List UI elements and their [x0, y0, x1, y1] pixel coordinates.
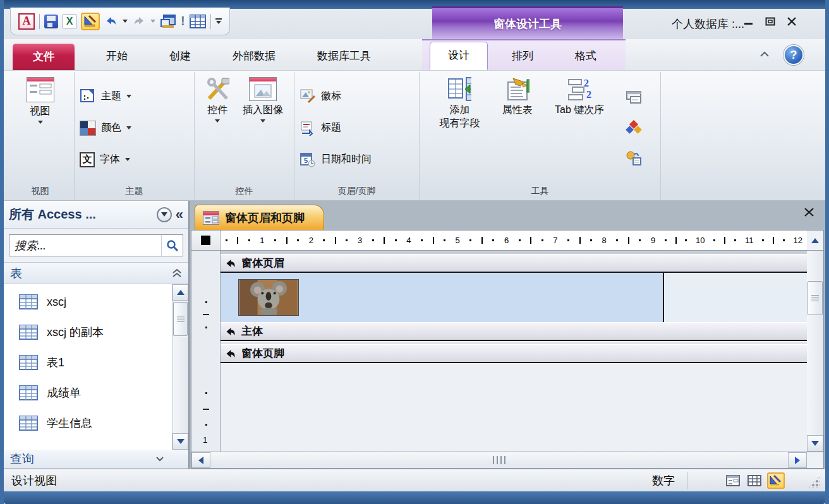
koala-image-control[interactable]: [238, 279, 299, 316]
vscroll-up-button[interactable]: [807, 231, 823, 251]
form-view-button[interactable]: [724, 472, 742, 489]
nav-pane-menu-button[interactable]: [157, 207, 172, 222]
title-button[interactable]: 标题: [300, 118, 414, 138]
nav-scrollbar[interactable]: [172, 284, 188, 450]
colors-button[interactable]: 颜色: [80, 118, 189, 138]
search-button[interactable]: [161, 235, 183, 256]
tab-file[interactable]: 文件: [13, 44, 75, 70]
table-icon: [19, 385, 38, 400]
hscroll-grip[interactable]: [493, 456, 505, 464]
insert-image-button[interactable]: 插入图像: [238, 73, 288, 183]
nav-item-table[interactable]: xscj 的副本: [4, 317, 172, 347]
scroll-up-button[interactable]: [172, 284, 188, 301]
nav-pane-title: 所有 Access ...: [9, 206, 153, 223]
caret-icon: [260, 119, 265, 123]
group-controls: 控件 插入图像 控件: [195, 72, 294, 200]
search-box[interactable]: 搜索...: [9, 234, 183, 256]
restore-button[interactable]: [765, 16, 776, 27]
undo-dropdown[interactable]: [123, 20, 128, 23]
scroll-track[interactable]: [172, 337, 188, 433]
nav-pane-header[interactable]: 所有 Access ... «: [4, 201, 188, 229]
redo-button[interactable]: [132, 15, 146, 28]
views-button[interactable]: 视图: [21, 73, 59, 183]
caret-icon: [125, 158, 130, 161]
table-button[interactable]: [190, 15, 206, 28]
nav-item-table[interactable]: xscj: [4, 287, 172, 317]
close-document-button[interactable]: [804, 207, 815, 220]
undo-button[interactable]: [104, 15, 118, 28]
form-footer-section[interactable]: [221, 363, 807, 452]
h-scrollbar[interactable]: [191, 452, 807, 468]
add-existing-fields-button[interactable]: 添加 现有字段: [434, 73, 485, 183]
export-excel-button[interactable]: X: [63, 15, 76, 28]
ribbon: 视图 视图 主题: [4, 71, 825, 201]
insert-image-icon: [249, 77, 277, 101]
design-view-button[interactable]: [767, 472, 785, 489]
document-tab[interactable]: 窗体页眉和页脚: [195, 205, 324, 230]
datasheet-view-button[interactable]: [746, 472, 763, 489]
views-icon: [27, 77, 54, 102]
expand-section-icon: [155, 457, 164, 462]
logo-button[interactable]: 徽标: [300, 86, 414, 106]
collapse-ribbon-button[interactable]: [759, 49, 770, 60]
bar: [215, 18, 222, 20]
view-code-button[interactable]: [626, 120, 642, 135]
close-button[interactable]: [786, 16, 797, 27]
nav-item-table[interactable]: 成绩单: [4, 378, 172, 408]
minimize-button[interactable]: [743, 16, 754, 27]
redo-dropdown[interactable]: [150, 20, 155, 23]
subform-new-window-button[interactable]: [626, 90, 642, 104]
controls-button[interactable]: 控件: [200, 73, 234, 183]
tab-create[interactable]: 创建: [155, 42, 205, 70]
qat-customize-button[interactable]: [215, 18, 222, 24]
ruler-unit: 7: [514, 231, 562, 250]
vscroll-thumb[interactable]: [808, 281, 823, 315]
scroll-down-button[interactable]: [172, 433, 188, 450]
vscroll-track[interactable]: [807, 251, 823, 435]
design-view-button[interactable]: [81, 13, 100, 30]
save-button[interactable]: [44, 15, 58, 28]
tab-order-button[interactable]: 2 2 Tab 键次序: [550, 73, 609, 183]
run-button[interactable]: !: [181, 14, 185, 28]
convert-macros-button[interactable]: [626, 150, 642, 165]
redo-icon: [132, 15, 146, 28]
property-sheet-button[interactable]: 属性表: [497, 73, 538, 183]
tab-arrange[interactable]: 排列: [498, 42, 547, 70]
vscroll-down-button[interactable]: [807, 435, 823, 452]
v-scrollbar[interactable]: [807, 251, 823, 452]
hscroll-left-button[interactable]: [191, 452, 210, 468]
scroll-thumb[interactable]: [173, 302, 188, 336]
form-icon: [203, 211, 219, 225]
nav-section-queries[interactable]: 查询: [4, 450, 188, 469]
tab-database-tools[interactable]: 数据库工具: [303, 42, 385, 70]
hscroll-right-button[interactable]: [788, 452, 807, 468]
tab-home[interactable]: 开始: [92, 42, 142, 70]
nav-item-table[interactable]: 表1: [4, 347, 172, 378]
form-selector-button[interactable]: [191, 231, 221, 251]
shutter-bar-close-button[interactable]: «: [176, 208, 183, 222]
tab-design[interactable]: 设计: [430, 42, 488, 70]
form-header-bar[interactable]: 窗体页眉: [221, 254, 807, 273]
queries-section-label: 查询: [10, 451, 34, 467]
nav-section-tables[interactable]: 表: [4, 263, 188, 284]
h-ruler: 123456789101112: [221, 231, 807, 251]
quick-access-toolbar: A X: [10, 8, 230, 35]
detail-bar[interactable]: 主体: [221, 322, 807, 341]
form-header-section[interactable]: [221, 273, 807, 322]
form-footer-bar[interactable]: 窗体页脚: [221, 344, 807, 363]
date-time-button[interactable]: 5 日期和时间: [300, 150, 414, 170]
hscroll-track[interactable]: [210, 452, 788, 468]
tab-external-data[interactable]: 外部数据: [219, 42, 289, 70]
form-header-extension[interactable]: [664, 273, 807, 322]
nav-item-table[interactable]: 学生信息: [4, 408, 172, 438]
themes-button[interactable]: 主题: [80, 86, 189, 106]
form-header-grid[interactable]: [221, 273, 664, 322]
help-button[interactable]: ?: [784, 45, 804, 65]
tab-format[interactable]: 格式: [561, 42, 610, 70]
fonts-button[interactable]: 文 字体: [80, 150, 189, 170]
undo-icon: [104, 15, 118, 28]
resize-grip[interactable]: [808, 476, 820, 488]
switch-windows-button[interactable]: [160, 14, 176, 29]
tools-mini-column: [622, 73, 646, 183]
restore-icon: [765, 17, 775, 26]
